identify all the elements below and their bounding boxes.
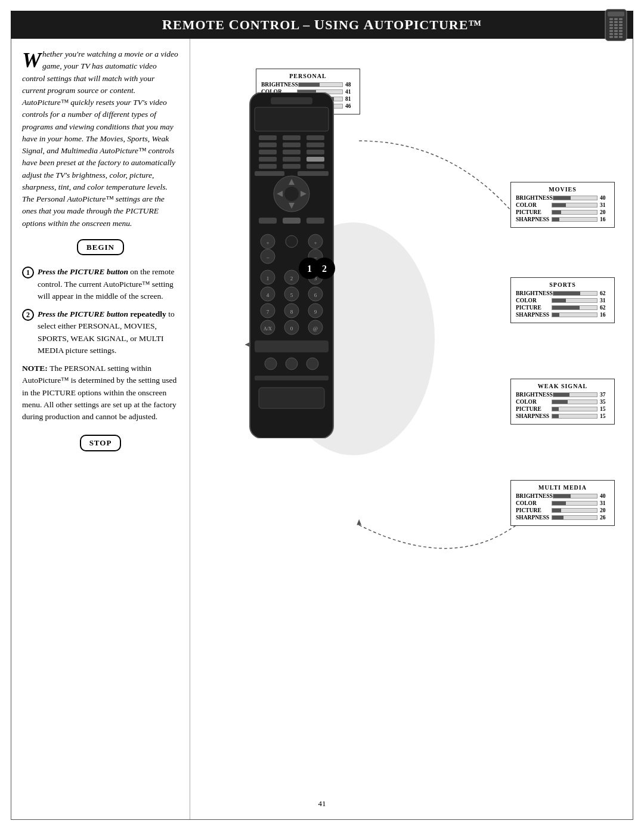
svg-rect-94 [255, 376, 329, 380]
movies-row-3-label: SHARPNESS [516, 216, 552, 222]
svg-rect-45 [306, 164, 324, 169]
svg-rect-20 [609, 36, 613, 38]
svg-text:7: 7 [267, 309, 270, 315]
svg-rect-36 [306, 143, 324, 147]
right-column: PERSONAL BRIGHTNESS48COLOR41PICTURE81SHA… [190, 39, 633, 819]
sports-row-1-bar [552, 299, 566, 302]
weak_signal-row-3-bar [552, 414, 559, 418]
multi_media-row-0-bar [553, 494, 571, 498]
svg-rect-40 [306, 157, 324, 162]
svg-rect-34 [259, 143, 277, 147]
multi_media-row-3-bar [552, 516, 564, 519]
svg-rect-2 [609, 18, 613, 20]
movies-row-1-label: COLOR [516, 202, 552, 208]
weak_signal-row-3-bar-container [552, 414, 597, 419]
sports-row-3-label: SHARPNESS [516, 312, 552, 318]
sports-row-0-value: 62 [600, 290, 609, 296]
movies-row-0-label: BRIGHTNESS [516, 195, 553, 201]
movies-row-0-bar [553, 196, 571, 200]
page-number: 41 [312, 793, 332, 815]
multi_media-row-2-bar [552, 509, 561, 512]
svg-rect-35 [283, 143, 301, 147]
main-content: W hether you're watching a movie or a vi… [11, 39, 633, 820]
svg-point-93 [306, 358, 318, 370]
begin-label: BEGIN [77, 239, 124, 256]
note-label: NOTE: [22, 364, 49, 373]
stop-box-container: STOP [22, 429, 179, 451]
movies-row-1-bar [552, 203, 566, 207]
weak_signal-row-1-bar [552, 400, 568, 404]
step-1-content: Press the PICTURE button on the remote c… [38, 266, 179, 302]
multi-media-panel-title: MULTI MEDIA [516, 484, 609, 491]
sports-row-2-label: PICTURE [516, 305, 552, 311]
drop-cap-w: W [22, 49, 41, 71]
multi_media-row-2-bar-container [552, 508, 597, 513]
multi_media-row-2: PICTURE20 [516, 507, 609, 513]
svg-text:−: − [266, 255, 269, 261]
weak_signal-row-2-bar-container [552, 407, 597, 411]
svg-point-91 [265, 358, 277, 370]
step-2-title: Press the PICTURE button [38, 309, 128, 318]
weak_signal-row-3-value: 15 [600, 413, 609, 419]
sports-row-1: COLOR31 [516, 298, 609, 304]
movies-row-3-value: 16 [600, 216, 609, 222]
svg-rect-95 [259, 388, 324, 408]
step-1: 1 Press the PICTURE button on the remote… [22, 266, 179, 302]
svg-text:1: 1 [307, 264, 312, 274]
svg-rect-5 [609, 21, 613, 23]
sports-row-3-value: 16 [600, 312, 609, 318]
svg-rect-41 [259, 157, 277, 162]
sports-row-0-bar-container [553, 291, 597, 296]
movies-panel: MOVIES BRIGHTNESS40COLOR31PICTURE20SHARP… [510, 182, 615, 228]
svg-text:0: 0 [290, 326, 293, 332]
svg-rect-21 [614, 36, 618, 38]
sports-row-1-label: COLOR [516, 298, 552, 304]
left-column: W hether you're watching a movie or a vi… [11, 39, 190, 819]
sports-row-3-bar [552, 313, 559, 317]
svg-text:6: 6 [314, 292, 317, 298]
svg-point-92 [286, 358, 298, 370]
svg-text:1: 1 [267, 275, 270, 281]
multi-rows: BRIGHTNESS40COLOR31PICTURE20SHARPNESS26 [516, 493, 609, 521]
weak_signal-row-1: COLOR35 [516, 399, 609, 405]
sports-row-2: PICTURE62 [516, 305, 609, 311]
multi_media-row-1-label: COLOR [516, 500, 552, 506]
movies-row-2-label: PICTURE [516, 209, 552, 215]
svg-rect-14 [609, 30, 613, 32]
step-2-number: 2 [22, 309, 34, 321]
personal-row-0-bar-container [298, 82, 343, 87]
svg-rect-16 [619, 30, 623, 32]
svg-rect-1 [608, 11, 624, 16]
svg-text:8: 8 [290, 309, 293, 315]
remote-svg: + + − − 1 2 3 4 5 6 [238, 92, 345, 438]
movies-panel-title: MOVIES [516, 186, 609, 193]
sports-row-0: BRIGHTNESS62 [516, 290, 609, 296]
svg-rect-9 [614, 24, 618, 26]
sports-row-1-bar-container [552, 298, 597, 303]
movies-row-3-bar [552, 218, 559, 221]
svg-rect-90 [255, 340, 329, 352]
sports-row-1-value: 31 [600, 298, 609, 304]
weak_signal-row-0-value: 37 [600, 392, 609, 398]
weak_signal-row-0-label: BRIGHTNESS [516, 392, 553, 398]
personal-row-0-bar [299, 83, 320, 86]
movies-row-1-value: 31 [600, 202, 609, 208]
weak-rows: BRIGHTNESS37COLOR35PICTURE15SHARPNESS15 [516, 392, 609, 419]
svg-rect-43 [259, 164, 277, 169]
sports-row-3-bar-container [552, 312, 597, 317]
personal-row-0-value: 48 [345, 82, 355, 88]
svg-text:2: 2 [290, 275, 293, 281]
weak_signal-row-2-bar [552, 407, 559, 411]
weak_signal-row-1-bar-container [552, 400, 597, 404]
svg-rect-22 [619, 36, 623, 38]
svg-text:@: @ [313, 326, 318, 332]
weak_signal-row-2-value: 15 [600, 406, 609, 412]
svg-rect-38 [283, 150, 301, 154]
multi-media-panel: MULTI MEDIA BRIGHTNESS40COLOR31PICTURE20… [510, 480, 615, 526]
svg-rect-55 [283, 218, 301, 224]
svg-rect-42 [283, 157, 301, 162]
movies-row-3: SHARPNESS16 [516, 216, 609, 222]
weak-signal-panel: WEAK SIGNAL BRIGHTNESS37COLOR35PICTURE15… [510, 379, 615, 425]
svg-rect-18 [614, 33, 618, 35]
multi_media-row-2-label: PICTURE [516, 507, 552, 513]
